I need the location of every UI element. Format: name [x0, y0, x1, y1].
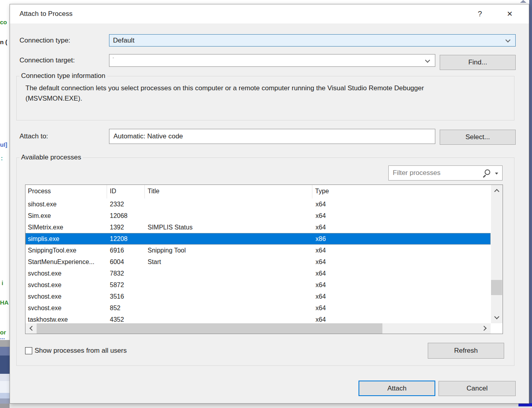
connection-target-label: Connection target:	[19, 54, 75, 67]
cell-type: x64	[312, 221, 488, 233]
filter-processes-box	[388, 165, 503, 181]
text-caret	[113, 57, 113, 58]
column-header-title[interactable]: Title	[145, 185, 312, 198]
background-color-band	[0, 356, 10, 374]
background-text-fragment: i	[2, 280, 3, 286]
cell-title	[145, 302, 312, 314]
scroll-down-icon[interactable]	[494, 314, 499, 319]
cell-id: 6916	[107, 245, 145, 256]
cell-title	[145, 279, 312, 291]
background-text-fragment: ...	[0, 334, 5, 340]
search-icon[interactable]	[485, 169, 490, 175]
connection-type-combobox[interactable]: Default	[109, 34, 516, 47]
process-row[interactable]: svchost.exe3516x64	[25, 291, 491, 302]
process-row[interactable]: SIMetrix.exe1392SIMPLIS Statusx64	[25, 221, 491, 233]
process-row[interactable]: svchost.exe852x64	[25, 302, 491, 314]
show-all-users-checkbox[interactable]	[25, 347, 32, 354]
dialog-titlebar[interactable]: Attach to Process ? ✕	[10, 4, 529, 23]
screen: con (uI]:iHAor... Attach to Process ? ✕ …	[0, 0, 532, 408]
background-text-fragment: co	[0, 19, 7, 25]
cell-type: x64	[312, 256, 488, 268]
cell-title: SIMPLIS Status	[145, 221, 312, 233]
process-row[interactable]: SnippingTool.exe6916Snipping Toolx64	[25, 245, 491, 256]
process-table-header[interactable]: ProcessIDTitleType	[25, 185, 491, 198]
cell-id: 6004	[107, 256, 145, 268]
attach-to-field[interactable]	[109, 129, 435, 144]
cell-process: svchost.exe	[25, 302, 107, 314]
process-list: ProcessIDTitleType sihost.exe2332x64Sim.…	[25, 185, 503, 334]
process-row[interactable]: simplis.exe12208x86	[25, 233, 491, 245]
available-processes-title: Available processes	[19, 153, 83, 161]
process-row[interactable]: Sim.exe12068x64	[25, 210, 491, 221]
cell-title	[145, 233, 312, 245]
cell-process: sihost.exe	[25, 198, 107, 210]
scroll-left-icon[interactable]	[29, 326, 35, 331]
background-text-fragment: HA	[0, 299, 9, 306]
cell-id: 852	[107, 302, 145, 314]
close-icon[interactable]: ✕	[501, 4, 518, 23]
cell-id: 5872	[107, 279, 145, 291]
vertical-scrollbar[interactable]	[491, 185, 503, 323]
background-color-band	[0, 381, 10, 393]
cell-id: 3516	[107, 291, 145, 302]
cell-process: svchost.exe	[25, 268, 107, 279]
background-window-right-edge	[529, 0, 532, 408]
connection-type-information-title: Connection type information	[19, 72, 107, 80]
cell-type: x64	[312, 314, 488, 324]
connection-type-information-group: Connection type information The default …	[16, 76, 514, 120]
cell-id: 4352	[107, 314, 145, 324]
chevron-down-icon	[425, 58, 430, 63]
column-header-process[interactable]: Process	[25, 185, 107, 198]
find-button[interactable]: Find...	[440, 55, 516, 70]
cell-process: Sim.exe	[25, 210, 107, 221]
connection-target-combobox[interactable]	[109, 54, 435, 67]
search-options-dropdown-icon[interactable]	[495, 173, 498, 175]
cell-type: x64	[312, 279, 488, 291]
cell-process: simplis.exe	[25, 233, 107, 245]
background-scroll-up-icon	[520, 0, 526, 3]
help-icon[interactable]: ?	[471, 4, 489, 23]
attach-button[interactable]: Attach	[359, 381, 435, 396]
process-row[interactable]: taskhostw.exe4352x64	[25, 314, 491, 324]
cell-process: SnippingTool.exe	[25, 245, 107, 256]
show-all-users-label: Show processes from all users	[35, 347, 127, 354]
background-color-band	[0, 374, 10, 381]
cell-title	[145, 210, 312, 221]
dialog-title: Attach to Process	[19, 4, 72, 23]
refresh-button[interactable]: Refresh	[428, 343, 504, 359]
connection-type-label: Connection type:	[19, 34, 70, 47]
chevron-down-icon	[505, 37, 511, 43]
background-window-left-edge: con (uI]:iHAor...	[0, 0, 10, 408]
connection-type-value: Default	[113, 35, 134, 46]
background-text-fragment: uI]	[0, 141, 7, 148]
horizontal-scrollbar-thumb[interactable]	[37, 323, 382, 334]
background-color-band	[0, 340, 10, 347]
horizontal-scrollbar[interactable]	[25, 323, 491, 334]
process-row[interactable]: StartMenuExperience...6004Startx64	[25, 256, 491, 268]
process-row[interactable]: svchost.exe5872x64	[25, 279, 491, 291]
background-color-band	[0, 347, 10, 356]
scroll-up-icon[interactable]	[494, 189, 499, 194]
background-text-fragment: n (	[0, 39, 7, 45]
background-window-bottom-edge	[0, 404, 532, 408]
column-header-id[interactable]: ID	[107, 185, 145, 198]
column-header-type[interactable]: Type	[312, 185, 491, 198]
filter-processes-input[interactable]	[389, 166, 480, 180]
cell-process: svchost.exe	[25, 279, 107, 291]
cell-title: Snipping Tool	[145, 245, 312, 256]
process-row[interactable]: sihost.exe2332x64	[25, 198, 491, 210]
cell-id: 12208	[107, 233, 145, 245]
attach-to-label: Attach to:	[19, 129, 48, 144]
cancel-button[interactable]: Cancel	[438, 381, 516, 396]
vertical-scrollbar-thumb[interactable]	[491, 280, 502, 295]
scroll-right-icon[interactable]	[481, 326, 487, 331]
cell-title	[145, 291, 312, 302]
cell-id: 2332	[107, 198, 145, 210]
cell-title	[145, 314, 312, 324]
select-button[interactable]: Select...	[440, 130, 516, 145]
cell-title	[145, 198, 312, 210]
cell-process: svchost.exe	[25, 291, 107, 302]
cell-type: x64	[312, 245, 488, 256]
process-row[interactable]: svchost.exe7832x64	[25, 268, 491, 279]
background-color-band	[0, 393, 10, 398]
